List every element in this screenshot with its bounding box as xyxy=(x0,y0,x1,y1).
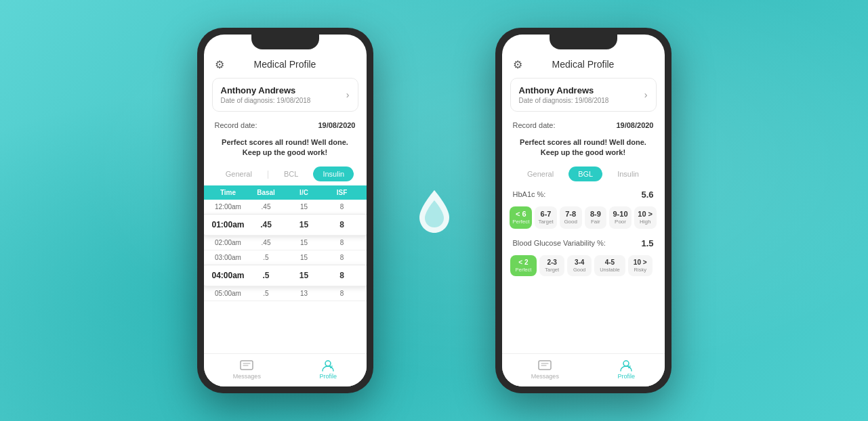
cell-isf: 8 xyxy=(323,220,361,229)
bgv-card-10risky[interactable]: 10 > Risky xyxy=(628,255,653,276)
messages-icon-right xyxy=(537,359,552,372)
cell-basal: .45 xyxy=(247,239,285,246)
cell-isf: 8 xyxy=(323,239,361,246)
table-row-highlighted[interactable]: 01:00am .45 15 8 xyxy=(204,215,367,236)
nav-profile-right[interactable]: Profile xyxy=(618,359,636,380)
score-card-label: Good xyxy=(562,219,580,225)
score-card-78[interactable]: 7-8 Good xyxy=(560,206,582,229)
bgv-value: 1.5 xyxy=(641,238,653,248)
cell-ic: 15 xyxy=(285,203,323,210)
score-card-910[interactable]: 9-10 Poor xyxy=(609,206,632,229)
cell-isf: 8 xyxy=(323,203,361,210)
bgv-card-num: 4-5 xyxy=(600,259,620,267)
bgv-card-34[interactable]: 3-4 Good xyxy=(567,255,592,276)
tab-general-left[interactable]: General xyxy=(216,167,262,181)
score-card-label: Target xyxy=(537,219,555,225)
bgv-card-label: Good xyxy=(573,267,586,273)
settings-icon-right[interactable]: ⚙ xyxy=(513,58,522,71)
tab-bcl-left[interactable]: BCL xyxy=(274,167,308,181)
cell-isf: 8 xyxy=(323,254,361,261)
score-card-num: < 6 xyxy=(512,210,530,219)
hba1c-row: HbA1c %: 5.6 xyxy=(502,185,665,204)
score-card-num: 7-8 xyxy=(562,210,580,219)
tab-bar-left: General | BCL Insulin xyxy=(204,162,367,185)
phone-right-header: ⚙ Medical Profile xyxy=(502,53,665,75)
score-card-num: 10 > xyxy=(636,210,655,219)
chevron-right-right: › xyxy=(644,89,648,100)
data-table-left: Time Basal I/C ISF 12:00am .45 15 8 01 xyxy=(204,185,367,353)
bgv-card-23[interactable]: 2-3 Target xyxy=(539,255,564,276)
score-card-10high[interactable]: 10 > High xyxy=(634,206,657,229)
cell-basal: .5 xyxy=(247,254,285,261)
nav-messages-left[interactable]: Messages xyxy=(233,359,261,380)
nav-profile-left[interactable]: Profile xyxy=(320,359,337,380)
center-drop xyxy=(414,187,455,234)
table-row[interactable]: 03:00am .5 15 8 xyxy=(204,250,367,265)
messages-icon-left xyxy=(239,359,254,372)
score-card-label: High xyxy=(636,219,655,225)
bgv-card-num: 2-3 xyxy=(545,259,559,267)
bgv-card-num: < 2 xyxy=(516,259,532,267)
cell-ic: 13 xyxy=(285,290,323,297)
bgv-row: Blood Glucose Variability %: 1.5 xyxy=(502,234,665,252)
settings-icon-left[interactable]: ⚙ xyxy=(215,58,224,71)
table-row[interactable]: 05:00am .5 13 8 xyxy=(204,286,367,301)
score-card-label: Poor xyxy=(611,219,629,225)
bgv-card-45[interactable]: 4-5 Unstable xyxy=(594,255,625,276)
profile-card-left[interactable]: Anthony Andrews Date of diagnosis: 19/08… xyxy=(212,78,358,112)
cell-time: 01:00am xyxy=(209,220,247,229)
chevron-right-left: › xyxy=(346,89,350,100)
profile-card-right[interactable]: Anthony Andrews Date of diagnosis: 19/08… xyxy=(510,78,657,112)
cell-isf: 8 xyxy=(323,271,361,280)
score-message-left: Perfect scores all round! Well done. Kee… xyxy=(204,133,367,162)
cell-time: 04:00am xyxy=(209,271,247,280)
cell-isf: 8 xyxy=(323,290,361,297)
bgv-card-num: 10 > xyxy=(634,259,647,267)
tab-insulin-left[interactable]: Insulin xyxy=(313,167,354,181)
cell-ic: 15 xyxy=(285,271,323,280)
tab-insulin-right[interactable]: Insulin xyxy=(608,167,648,181)
profile-diag-right: Date of diagnosis: 19/08/2018 xyxy=(519,97,609,104)
hba1c-value: 5.6 xyxy=(641,190,653,200)
nav-messages-right[interactable]: Messages xyxy=(531,359,559,380)
bgv-label: Blood Glucose Variability %: xyxy=(513,239,606,247)
cell-time: 05:00am xyxy=(209,290,247,297)
scene: ⚙ Medical Profile Anthony Andrews Date o… xyxy=(197,28,671,393)
score-card-num: 8-9 xyxy=(587,210,605,219)
th-ic: I/C xyxy=(285,189,323,196)
hba1c-label: HbA1c %: xyxy=(513,190,546,198)
phone-left-content: ⚙ Medical Profile Anthony Andrews Date o… xyxy=(204,35,367,386)
bottom-nav-right: Messages Profile xyxy=(502,353,665,386)
tab-general-right[interactable]: General xyxy=(518,167,563,181)
th-time: Time xyxy=(209,189,247,196)
th-isf: ISF xyxy=(323,189,361,196)
score-card-lt6[interactable]: < 6 Perfect xyxy=(510,206,532,229)
tab-bgl-right[interactable]: BGL xyxy=(569,167,602,181)
cell-basal: .5 xyxy=(247,271,285,280)
score-card-label: Fair xyxy=(587,219,605,225)
messages-label-right: Messages xyxy=(531,373,559,380)
score-card-89[interactable]: 8-9 Fair xyxy=(585,206,607,229)
messages-label-left: Messages xyxy=(233,373,261,380)
record-date-right: Record date: 19/08/2020 xyxy=(502,117,665,133)
notch-right xyxy=(550,35,617,49)
record-date-val-left: 19/08/2020 xyxy=(318,121,355,129)
phone-right-content: ⚙ Medical Profile Anthony Andrews Date o… xyxy=(502,35,665,386)
profile-name-right: Anthony Andrews xyxy=(519,85,609,95)
table-row[interactable]: 12:00am .45 15 8 xyxy=(204,200,367,215)
profile-icon-left xyxy=(321,359,335,372)
score-card-num: 9-10 xyxy=(611,210,629,219)
table-row[interactable]: 02:00am .45 15 8 xyxy=(204,236,367,250)
score-card-67[interactable]: 6-7 Target xyxy=(535,206,557,229)
score-message-right: Perfect scores all round! Well done. Kee… xyxy=(502,133,665,162)
phone-right: ⚙ Medical Profile Anthony Andrews Date o… xyxy=(495,28,671,393)
cell-basal: .45 xyxy=(247,203,285,210)
profile-label-left: Profile xyxy=(320,373,337,380)
table-row-highlighted[interactable]: 04:00am .5 15 8 xyxy=(204,265,367,286)
bgv-card-lt2[interactable]: < 2 Perfect xyxy=(510,255,537,276)
bgl-score-grid: < 6 Perfect 6-7 Target 7-8 Good 8-9 Fair xyxy=(502,204,665,231)
cell-ic: 15 xyxy=(285,239,323,246)
bgv-card-num: 3-4 xyxy=(573,259,586,267)
score-card-label: Perfect xyxy=(512,219,530,225)
phone-left: ⚙ Medical Profile Anthony Andrews Date o… xyxy=(197,28,373,393)
